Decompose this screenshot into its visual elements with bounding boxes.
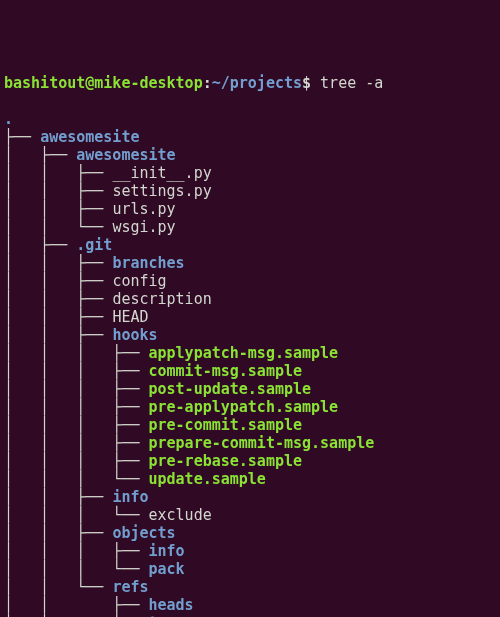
tree-file: description [112, 290, 211, 308]
tree-prefix: │ │ │ └── [4, 470, 149, 488]
tree-exec-file: update.sample [149, 470, 266, 488]
tree-prefix: │ │ ├── [4, 290, 112, 308]
tree-row: │ │ │ └── exclude [4, 506, 496, 524]
tree-dir: hooks [112, 326, 157, 344]
tree-prefix: │ │ │ ├── [4, 362, 149, 380]
tree-row: │ │ ├── heads [4, 596, 496, 614]
tree-row: │ │ │ └── pack [4, 560, 496, 578]
tree-row: │ │ ├── config [4, 272, 496, 290]
tree-dir: . [4, 110, 13, 128]
tree-prefix: │ │ │ └── [4, 560, 149, 578]
tree-row: │ │ ├── info [4, 488, 496, 506]
tree-output: .├── awesomesite│ ├── awesomesite│ │ ├──… [4, 110, 496, 617]
tree-prefix: │ │ ├── [4, 326, 112, 344]
tree-prefix: │ │ ├── [4, 524, 112, 542]
tree-dir: pack [149, 560, 185, 578]
tree-dir: .git [76, 236, 112, 254]
tree-row: │ ├── .git [4, 236, 496, 254]
tree-row: │ │ │ ├── pre-applypatch.sample [4, 398, 496, 416]
tree-prefix: │ │ └── [4, 218, 112, 236]
tree-dir: branches [112, 254, 184, 272]
tree-dir: awesomesite [40, 128, 139, 146]
tree-row: │ │ ├── branches [4, 254, 496, 272]
prompt-sep1: : [203, 74, 212, 92]
tree-exec-file: prepare-commit-msg.sample [149, 434, 375, 452]
tree-exec-file: applypatch-msg.sample [149, 344, 339, 362]
tree-row: │ │ │ ├── pre-rebase.sample [4, 452, 496, 470]
prompt-user-host: bashitout@mike-desktop [4, 74, 203, 92]
tree-prefix: │ ├── [4, 236, 76, 254]
tree-file: HEAD [112, 308, 148, 326]
tree-prefix: │ │ │ ├── [4, 398, 149, 416]
tree-row: │ │ ├── HEAD [4, 308, 496, 326]
tree-row: │ │ ├── settings.py [4, 182, 496, 200]
tree-row: │ │ │ ├── post-update.sample [4, 380, 496, 398]
prompt-line-1: bashitout@mike-desktop:~/projects$ tree … [4, 74, 496, 92]
command-text: tree -a [320, 74, 383, 92]
tree-prefix: │ │ │ ├── [4, 380, 149, 398]
tree-row: │ │ │ ├── pre-commit.sample [4, 416, 496, 434]
tree-row: │ │ │ ├── commit-msg.sample [4, 362, 496, 380]
tree-prefix: │ ├── [4, 146, 76, 164]
tree-file: wsgi.py [112, 218, 175, 236]
tree-exec-file: post-update.sample [149, 380, 312, 398]
tree-dir: info [149, 542, 185, 560]
tree-row: │ ├── awesomesite [4, 146, 496, 164]
tree-row: ├── awesomesite [4, 128, 496, 146]
tree-prefix: ├── [4, 128, 40, 146]
tree-prefix: │ │ ├── [4, 200, 112, 218]
tree-row: │ │ ├── hooks [4, 326, 496, 344]
tree-row: . [4, 110, 496, 128]
tree-file: urls.py [112, 200, 175, 218]
tree-prefix: │ │ ├── [4, 182, 112, 200]
tree-row: │ │ ├── description [4, 290, 496, 308]
tree-prefix: │ │ ├── [4, 596, 149, 614]
tree-row: │ │ ├── __init__.py [4, 164, 496, 182]
tree-prefix: │ │ └── [4, 578, 112, 596]
tree-file: config [112, 272, 166, 290]
tree-row: │ │ │ ├── info [4, 542, 496, 560]
prompt-sep2: $ [302, 74, 320, 92]
tree-file: __init__.py [112, 164, 211, 182]
tree-prefix: │ │ ├── [4, 164, 112, 182]
tree-file: exclude [149, 506, 212, 524]
tree-prefix: │ │ ├── [4, 272, 112, 290]
tree-row: │ │ │ └── update.sample [4, 470, 496, 488]
tree-row: │ │ └── refs [4, 578, 496, 596]
tree-row: │ │ └── wsgi.py [4, 218, 496, 236]
tree-prefix: │ │ │ ├── [4, 416, 149, 434]
tree-dir: refs [112, 578, 148, 596]
tree-prefix: │ │ │ ├── [4, 542, 149, 560]
tree-prefix: │ │ │ ├── [4, 452, 149, 470]
tree-prefix: │ │ ├── [4, 308, 112, 326]
tree-prefix: │ │ │ ├── [4, 344, 149, 362]
tree-dir: info [112, 488, 148, 506]
prompt-path: ~/projects [212, 74, 302, 92]
tree-row: │ │ ├── urls.py [4, 200, 496, 218]
tree-dir: objects [112, 524, 175, 542]
tree-exec-file: pre-applypatch.sample [149, 398, 339, 416]
tree-row: │ │ │ ├── applypatch-msg.sample [4, 344, 496, 362]
tree-row: │ │ ├── objects [4, 524, 496, 542]
tree-exec-file: pre-commit.sample [149, 416, 303, 434]
tree-exec-file: pre-rebase.sample [149, 452, 303, 470]
tree-prefix: │ │ ├── [4, 488, 112, 506]
tree-dir: heads [149, 596, 194, 614]
tree-prefix: │ │ │ └── [4, 506, 149, 524]
tree-dir: awesomesite [76, 146, 175, 164]
tree-exec-file: commit-msg.sample [149, 362, 303, 380]
tree-prefix: │ │ │ ├── [4, 434, 149, 452]
tree-file: settings.py [112, 182, 211, 200]
tree-row: │ │ │ ├── prepare-commit-msg.sample [4, 434, 496, 452]
tree-prefix: │ │ ├── [4, 254, 112, 272]
